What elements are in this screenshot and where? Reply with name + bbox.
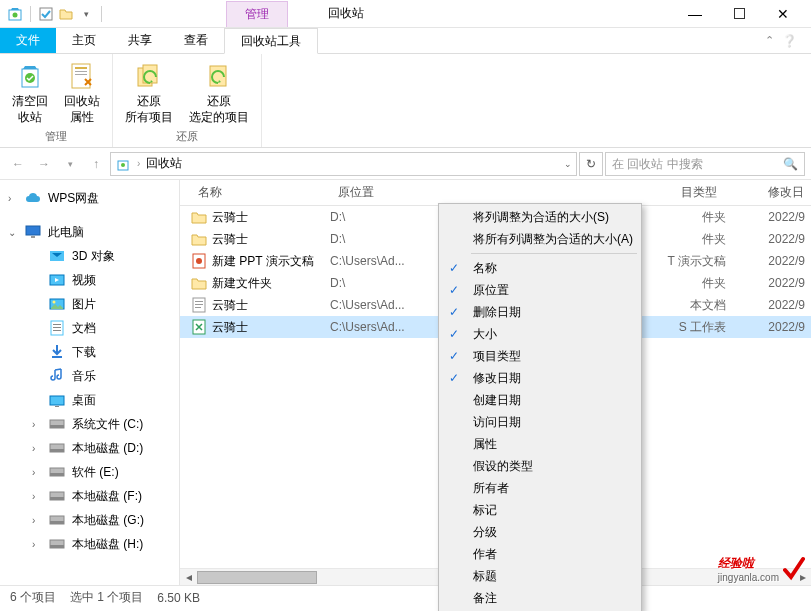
ctx-column-toggle[interactable]: ✓原位置 xyxy=(441,279,639,301)
chevron-right-icon[interactable]: › xyxy=(8,193,18,204)
ctx-column-toggle[interactable]: 标记 xyxy=(441,499,639,521)
sidebar-item[interactable]: ›本地磁盘 (G:) xyxy=(0,508,179,532)
ctx-column-toggle[interactable]: 属性 xyxy=(441,433,639,455)
sidebar-item[interactable]: 文档 xyxy=(0,316,179,340)
svg-rect-8 xyxy=(75,71,87,72)
ctx-column-toggle[interactable]: 分级 xyxy=(441,521,639,543)
sidebar-item[interactable]: 图片 xyxy=(0,292,179,316)
chevron-right-icon[interactable]: › xyxy=(32,491,42,502)
maximize-button[interactable] xyxy=(731,6,747,22)
search-input[interactable] xyxy=(612,157,783,171)
sidebar-item[interactable]: ›系统文件 (C:) xyxy=(0,412,179,436)
sidebar-item-label: 软件 (E:) xyxy=(72,464,119,481)
checkbox-icon[interactable] xyxy=(37,5,55,23)
search-box[interactable]: 🔍 xyxy=(605,152,805,176)
column-header-name[interactable]: 名称 xyxy=(190,184,330,201)
search-icon[interactable]: 🔍 xyxy=(783,157,798,171)
tab-home[interactable]: 主页 xyxy=(56,28,112,53)
nav-back-button[interactable]: ← xyxy=(6,152,30,176)
chevron-right-icon[interactable]: › xyxy=(32,443,42,454)
chevron-right-icon[interactable]: › xyxy=(32,515,42,526)
svg-rect-25 xyxy=(53,330,61,331)
ctx-column-toggle[interactable]: ✓项目类型 xyxy=(441,345,639,367)
svg-rect-15 xyxy=(26,226,40,235)
svg-rect-32 xyxy=(50,449,64,452)
navigation-pane[interactable]: › WPS网盘 ⌄ 此电脑 3D 对象视频图片文档下载音乐桌面›系统文件 (C:… xyxy=(0,180,180,585)
breadcrumb-chevron-icon[interactable]: › xyxy=(137,158,140,169)
contextual-tab-manage[interactable]: 管理 xyxy=(226,1,288,27)
sidebar-item-label: 视频 xyxy=(72,272,96,289)
window-title: 回收站 xyxy=(288,1,382,27)
sidebar-item[interactable]: 视频 xyxy=(0,268,179,292)
sidebar-item[interactable]: ›本地磁盘 (F:) xyxy=(0,484,179,508)
ctx-column-toggle[interactable]: 备注 xyxy=(441,587,639,609)
chevron-right-icon[interactable]: › xyxy=(32,467,42,478)
minimize-button[interactable]: — xyxy=(687,6,703,22)
folder-small-icon[interactable] xyxy=(57,5,75,23)
sidebar-item[interactable]: 桌面 xyxy=(0,388,179,412)
recycle-bin-properties-button[interactable]: 回收站 属性 xyxy=(58,58,106,127)
sidebar-item-wps[interactable]: › WPS网盘 xyxy=(0,186,179,210)
column-header-modified[interactable]: 修改日 xyxy=(726,184,811,201)
ribbon-collapse-icon[interactable]: ⌃ xyxy=(765,34,774,47)
nav-up-button[interactable]: ↑ xyxy=(84,152,108,176)
tab-recycle-tools[interactable]: 回收站工具 xyxy=(224,28,318,54)
ctx-column-toggle[interactable]: ✓大小 xyxy=(441,323,639,345)
cloud-icon xyxy=(24,189,42,207)
ctx-column-toggle[interactable]: 作者 xyxy=(441,543,639,565)
ctx-item-label: 备注 xyxy=(473,590,497,607)
ctx-column-toggle[interactable]: 所有者 xyxy=(441,477,639,499)
file-location: C:\Users\Ad... xyxy=(330,320,438,334)
ctx-column-toggle[interactable]: 访问日期 xyxy=(441,411,639,433)
check-icon: ✓ xyxy=(449,371,459,385)
empty-recycle-bin-button[interactable]: 清空回 收站 xyxy=(6,58,54,127)
sidebar-item[interactable]: ›本地磁盘 (H:) xyxy=(0,532,179,556)
address-dropdown-icon[interactable]: ⌄ xyxy=(564,159,572,169)
sidebar-item[interactable]: ›本地磁盘 (D:) xyxy=(0,436,179,460)
menu-separator xyxy=(471,253,637,254)
column-header-type[interactable]: 目类型 xyxy=(638,184,726,201)
chevron-right-icon[interactable]: › xyxy=(32,419,42,430)
address-bar[interactable]: › 回收站 ⌄ xyxy=(110,152,577,176)
help-icon[interactable]: ❔ xyxy=(782,34,797,48)
refresh-button[interactable]: ↻ xyxy=(579,152,603,176)
scroll-left-icon[interactable]: ◂ xyxy=(180,570,197,584)
tree-item-icon xyxy=(48,535,66,553)
properties-icon xyxy=(66,60,98,92)
ctx-column-toggle[interactable]: ✓删除日期 xyxy=(441,301,639,323)
tree-item-icon xyxy=(48,415,66,433)
close-button[interactable]: ✕ xyxy=(775,6,791,22)
column-header-location[interactable]: 原位置 xyxy=(330,184,438,201)
sidebar-item[interactable]: ›软件 (E:) xyxy=(0,460,179,484)
chevron-down-icon[interactable]: ⌄ xyxy=(8,227,18,238)
recycle-bin-icon[interactable] xyxy=(6,5,24,23)
sidebar-item-label: 桌面 xyxy=(72,392,96,409)
breadcrumb-location[interactable]: 回收站 xyxy=(146,155,182,172)
ctx-column-toggle[interactable]: 假设的类型 xyxy=(441,455,639,477)
restore-selected-button[interactable]: 还原 选定的项目 xyxy=(183,58,255,127)
sidebar-item[interactable]: 下载 xyxy=(0,340,179,364)
tab-share[interactable]: 共享 xyxy=(112,28,168,53)
tab-file[interactable]: 文件 xyxy=(0,28,56,53)
ctx-column-toggle[interactable]: ✓名称 xyxy=(441,257,639,279)
ctx-column-toggle[interactable]: ✓修改日期 xyxy=(441,367,639,389)
sidebar-item[interactable]: 3D 对象 xyxy=(0,244,179,268)
restore-all-button[interactable]: 还原 所有项目 xyxy=(119,58,179,127)
file-name: 云骑士 xyxy=(212,231,248,248)
scrollbar-thumb[interactable] xyxy=(197,571,317,584)
dropdown-icon[interactable]: ▾ xyxy=(77,5,95,23)
nav-recent-dropdown[interactable]: ▾ xyxy=(58,152,82,176)
sidebar-item-this-pc[interactable]: ⌄ 此电脑 xyxy=(0,220,179,244)
ctx-size-all-to-fit[interactable]: 将所有列调整为合适的大小(A) xyxy=(441,228,639,250)
navigation-bar: ← → ▾ ↑ › 回收站 ⌄ ↻ 🔍 xyxy=(0,148,811,180)
ctx-column-toggle[interactable]: 标题 xyxy=(441,565,639,587)
sidebar-item[interactable]: 音乐 xyxy=(0,364,179,388)
tab-view[interactable]: 查看 xyxy=(168,28,224,53)
chevron-right-icon[interactable]: › xyxy=(32,539,42,550)
ctx-column-toggle[interactable]: 创建日期 xyxy=(441,389,639,411)
nav-forward-button[interactable]: → xyxy=(32,152,56,176)
file-type-icon xyxy=(190,208,208,226)
column-context-menu[interactable]: 将列调整为合适的大小(S) 将所有列调整为合适的大小(A) ✓名称✓原位置✓删除… xyxy=(438,203,642,611)
svg-rect-2 xyxy=(40,8,52,20)
ctx-size-to-fit[interactable]: 将列调整为合适的大小(S) xyxy=(441,206,639,228)
